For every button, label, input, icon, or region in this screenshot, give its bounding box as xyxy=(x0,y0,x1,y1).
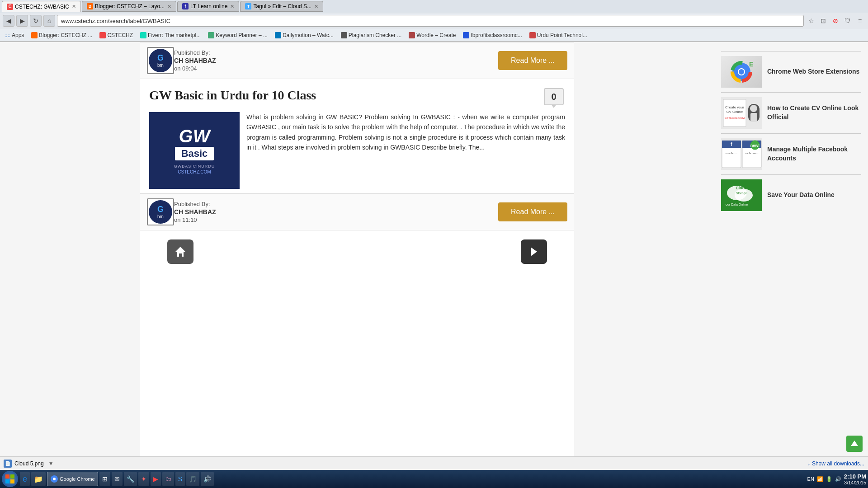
svg-text:CV Online: CV Online xyxy=(726,110,743,114)
taskbar-time: 2:10 PM xyxy=(844,473,866,480)
cast-icon[interactable]: ⊡ xyxy=(818,15,829,26)
main-article-card: GW Basic in Urdu for 10 Class 0 GW xyxy=(140,79,574,230)
taskbar-mail[interactable]: ✉ xyxy=(112,472,123,486)
bookmark-wordle[interactable]: Wordle – Create xyxy=(406,31,458,39)
taskbar-explorer[interactable]: 📁 xyxy=(31,472,46,486)
reload-button[interactable]: ↻ xyxy=(30,15,42,27)
home-nav-button[interactable]: ⌂ xyxy=(43,15,55,27)
author-info-main: Published By: CH SHAHBAZ on 11:10 xyxy=(174,201,498,223)
download-item: 📄 Cloud 5.png ▼ xyxy=(4,460,54,468)
svg-text:new!: new! xyxy=(750,143,760,148)
svg-rect-37 xyxy=(10,479,14,483)
bookmark-star-icon[interactable]: ☆ xyxy=(806,15,816,26)
shield-icon[interactable]: 🛡 xyxy=(842,15,853,26)
tab-bar: C CSTECHZ: GWBASIC ✕ B Blogger: CSTECHZ … xyxy=(0,0,868,13)
bookmark-fiverr[interactable]: Fiverr: The marketpl... xyxy=(138,31,203,39)
tab-4-close[interactable]: ✕ xyxy=(314,4,318,9)
bookmark-blogger[interactable]: Blogger: CSTECHZ ... xyxy=(29,31,94,39)
taskbar-date: 3/14/2015 xyxy=(844,480,866,485)
home-nav-btn[interactable] xyxy=(167,239,193,264)
content-wrapper: G bm Published By: CH SHAHBAZ on 09:04 R… xyxy=(140,42,574,475)
taskbar-plugin1[interactable]: ✦ xyxy=(138,472,149,486)
svg-rect-35 xyxy=(10,474,14,479)
top-published-section: G bm Published By: CH SHAHBAZ on 09:04 R… xyxy=(140,42,574,79)
tab-2[interactable]: B Blogger: CSTECHZ – Layo... ✕ xyxy=(82,1,176,12)
sidebar-divider-4 xyxy=(721,174,861,175)
svg-text:Create your: Create your xyxy=(725,105,744,109)
sidebar-item-fb[interactable]: f ook Acc... f ok Accou... new! Manage M… xyxy=(721,138,861,170)
browser-chrome: C CSTECHZ: GWBASIC ✕ B Blogger: CSTECHZ … xyxy=(0,0,868,42)
gw-logo-text: GW xyxy=(174,127,215,145)
sidebar-divider-1 xyxy=(721,51,861,52)
svg-text:E: E xyxy=(749,61,753,68)
main-published-section: G bm Published By: CH SHAHBAZ on 11:10 R… xyxy=(140,193,574,230)
start-button[interactable] xyxy=(2,471,18,487)
article-image-box: GW Basic GWBASICINURDU CSTECHZ.COM xyxy=(149,112,240,189)
tab-1-close[interactable]: ✕ xyxy=(72,4,76,9)
taskbar-plugin3[interactable]: 🎵 xyxy=(186,472,199,486)
main-area: G bm Published By: CH SHAHBAZ on 09:04 R… xyxy=(0,42,714,475)
taskbar-skype[interactable]: S xyxy=(175,472,185,486)
article-title-row: GW Basic in Urdu for 10 Class 0 xyxy=(149,88,565,105)
download-filename: Cloud 5.png xyxy=(14,460,44,467)
bookmark-fb[interactable]: fbprofitsclassroomc... xyxy=(461,31,524,39)
next-nav-btn[interactable] xyxy=(521,239,547,264)
taskbar-tool[interactable]: 🔧 xyxy=(124,472,137,486)
svg-rect-15 xyxy=(750,113,757,122)
svg-text:Storage: Storage xyxy=(736,192,747,195)
svg-rect-36 xyxy=(5,479,9,483)
bookmark-cstechz[interactable]: CSTECHZ xyxy=(97,31,135,39)
read-more-button-main[interactable]: Read More ... xyxy=(498,202,567,221)
tab-4[interactable]: T Tagul » Edit – Cloud S... ✕ xyxy=(240,1,323,12)
sidebar-item-cloud[interactable]: Cloud Storage our Data Online Save Your … xyxy=(721,179,861,211)
tab-1[interactable]: C CSTECHZ: GWBASIC ✕ xyxy=(2,1,81,12)
cloud-thumb: Cloud Storage our Data Online xyxy=(721,179,762,211)
bookmark-dailymotion[interactable]: Dailymotion – Watc... xyxy=(273,31,336,39)
svg-marker-0 xyxy=(531,247,537,256)
svg-marker-33 xyxy=(851,441,858,446)
taskbar-right: EN 📶 🔋 🔊 2:10 PM 3/14/2015 xyxy=(807,473,866,485)
sidebar-item-chrome[interactable]: E Chrome Web Store Extensions xyxy=(721,56,861,88)
taskbar-battery-icon: 🔋 xyxy=(826,476,832,482)
author-avatar-main: G bm xyxy=(147,198,174,225)
taskbar-plugin4[interactable]: 🔊 xyxy=(201,472,214,486)
sidebar-fb-title: Manage Multiple Facebook Accounts xyxy=(767,145,861,163)
svg-text:CSTECHZ.COM: CSTECHZ.COM xyxy=(725,117,745,119)
tab-2-close[interactable]: ✕ xyxy=(167,4,171,9)
sidebar-chrome-title: Chrome Web Store Extensions xyxy=(767,67,859,76)
article-image: GW Basic GWBASICINURDU CSTECHZ.COM xyxy=(149,112,240,189)
cv-thumb: Create your CV Online CSTECHZ.COM xyxy=(721,97,762,129)
bookmark-plagiarism[interactable]: Plagiarism Checker ... xyxy=(339,31,404,39)
taskbar-clock[interactable]: 2:10 PM 3/14/2015 xyxy=(844,473,866,485)
bookmark-urdu[interactable]: Urdu Point Technol... xyxy=(527,31,590,39)
back-button[interactable]: ◀ xyxy=(3,15,14,27)
adblock-icon[interactable]: ⊘ xyxy=(830,15,841,26)
forward-button[interactable]: ▶ xyxy=(16,15,28,27)
fb-thumb: f ook Acc... f ok Accou... new! xyxy=(721,138,762,170)
gw-basic-logo: GW Basic GWBASICINURDU CSTECHZ.COM xyxy=(174,127,215,174)
svg-point-29 xyxy=(735,189,753,202)
svg-text:ook Acc...: ook Acc... xyxy=(726,152,737,155)
sidebar-item-cv[interactable]: Create your CV Online CSTECHZ.COM How to… xyxy=(721,97,861,129)
taskbar-chrome[interactable]: Google Chrome xyxy=(47,472,98,486)
author-info-top: Published By: CH SHAHBAZ on 09:04 xyxy=(174,49,498,72)
comment-badge: 0 xyxy=(542,88,565,105)
taskbar-apps[interactable]: ⊞ xyxy=(99,472,110,486)
page-content: G bm Published By: CH SHAHBAZ on 09:04 R… xyxy=(0,42,868,475)
show-downloads-link[interactable]: ↓ Show all downloads... xyxy=(807,460,864,467)
read-more-button-top[interactable]: Read More ... xyxy=(498,51,567,70)
bookmark-apps[interactable]: ⚏ Apps xyxy=(3,31,26,39)
tab-3-close[interactable]: ✕ xyxy=(230,4,234,9)
address-bar[interactable]: www.cstechz.com/search/label/GWBASIC xyxy=(57,15,804,27)
svg-point-14 xyxy=(750,105,757,112)
gw-url: CSTECHZ.COM xyxy=(174,169,215,174)
menu-icon[interactable]: ≡ xyxy=(854,15,865,26)
taskbar-ie[interactable]: e xyxy=(20,472,30,486)
bookmark-keyword[interactable]: Keyword Planner – ... xyxy=(206,31,270,39)
scroll-to-top-button[interactable] xyxy=(846,436,863,452)
taskbar-plugin2[interactable]: 🗂 xyxy=(162,472,174,486)
taskbar-video[interactable]: ▶ xyxy=(151,472,161,486)
tab-3[interactable]: f LT Learn online ✕ xyxy=(177,1,239,12)
article-text: What is problem solving in GW BASIC? Pro… xyxy=(246,112,565,189)
sidebar-cloud-title: Save Your Data Online xyxy=(767,191,835,200)
